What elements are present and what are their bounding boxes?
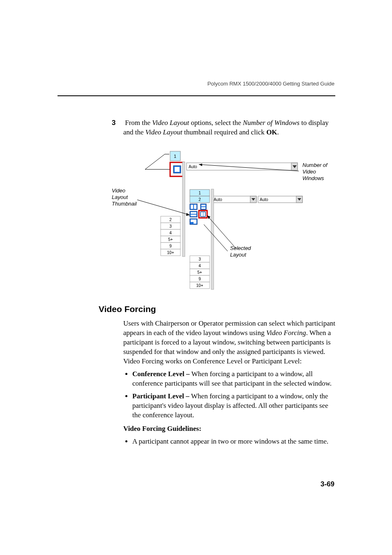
- svg-rect-42: [203, 212, 205, 216]
- para1-b: Video Forcing: [266, 329, 306, 337]
- guidelines-bullets: A participant cannot appear in two or mo…: [123, 437, 337, 446]
- svg-rect-37: [191, 212, 196, 214]
- svg-text:Video: Video: [302, 169, 316, 175]
- svg-text:1: 1: [174, 154, 176, 159]
- level-bullets: Conference Level – When forcing a partic…: [123, 370, 337, 420]
- svg-rect-5: [187, 163, 297, 170]
- svg-rect-38: [191, 215, 196, 216]
- svg-rect-31: [191, 205, 193, 209]
- svg-text:10+: 10+: [167, 250, 174, 255]
- bullet-conference-level: Conference Level – When forcing a partic…: [132, 370, 337, 388]
- bullet2-label: Participant Level –: [132, 392, 191, 400]
- svg-text:1: 1: [198, 191, 201, 195]
- svg-rect-63: [211, 189, 214, 289]
- svg-text:3: 3: [198, 257, 201, 261]
- svg-text:2: 2: [198, 197, 201, 202]
- svg-text:Windows: Windows: [302, 175, 324, 181]
- bullet1-label: Conference Level –: [132, 370, 191, 378]
- svg-text:3: 3: [169, 224, 172, 229]
- svg-text:4: 4: [169, 231, 172, 235]
- step-text-c: options, select the: [189, 119, 243, 127]
- svg-text:Layout: Layout: [230, 252, 247, 258]
- step-text-f: Video Layout: [145, 128, 182, 136]
- svg-rect-34: [201, 205, 205, 206]
- header-rule: [58, 95, 335, 96]
- svg-text:Thumbnail: Thumbnail: [112, 201, 137, 207]
- svg-rect-32: [194, 205, 196, 209]
- svg-text:4: 4: [198, 264, 201, 268]
- svg-text:5+: 5+: [197, 270, 202, 275]
- svg-text:Selected: Selected: [230, 245, 251, 251]
- svg-text:Auto: Auto: [189, 164, 197, 169]
- svg-text:5+: 5+: [168, 237, 173, 242]
- step-number: 3: [112, 118, 123, 128]
- svg-text:Layout: Layout: [112, 194, 128, 200]
- thumbnail-row-2: [190, 204, 207, 224]
- svg-line-9: [145, 154, 165, 169]
- bullet-participant-level: Participant Level – When forcing a parti…: [132, 392, 337, 420]
- step-text-h: OK: [266, 128, 277, 136]
- svg-rect-45: [191, 222, 194, 224]
- step-text: From the Video Layout options, select th…: [123, 119, 329, 136]
- svg-line-68: [204, 224, 228, 251]
- svg-text:Video: Video: [112, 187, 125, 194]
- svg-text:Auto: Auto: [260, 197, 268, 202]
- svg-rect-35: [201, 207, 205, 209]
- svg-marker-65: [186, 213, 190, 216]
- svg-text:Number of: Number of: [302, 162, 328, 168]
- step-text-d: Number of Windows: [243, 119, 300, 127]
- header-guide-title: Polycom RMX 1500/2000/4000 Getting Start…: [208, 81, 334, 87]
- svg-text:9: 9: [198, 277, 201, 281]
- guidelines-heading: Video Forcing Guidelines:: [123, 424, 337, 434]
- step-3: 3 From the Video Layout options, select …: [123, 118, 337, 137]
- step-text-i: .: [277, 128, 279, 136]
- video-layout-figure: 1 Auto: [108, 146, 339, 294]
- svg-rect-62: [182, 162, 185, 257]
- bullet-guideline-1: A participant cannot appear in two or mo…: [132, 437, 337, 446]
- svg-text:10+: 10+: [196, 283, 203, 288]
- page-number: 3-69: [321, 480, 334, 488]
- svg-line-64: [137, 200, 190, 215]
- left-menu: 2 3 4 5+ 9 10+: [161, 216, 180, 256]
- step-text-b: Video Layout: [152, 119, 189, 127]
- svg-rect-41: [201, 212, 203, 216]
- svg-rect-4: [175, 167, 180, 172]
- video-forcing-para: Users with Chairperson or Operator permi…: [123, 319, 337, 366]
- svg-text:2: 2: [169, 217, 172, 222]
- svg-text:Auto: Auto: [214, 197, 222, 202]
- svg-text:9: 9: [169, 244, 172, 248]
- bullet3-text: A participant cannot appear in two or mo…: [132, 437, 328, 445]
- step-text-a: From the: [125, 119, 152, 127]
- video-forcing-heading: Video Forcing: [99, 303, 337, 315]
- step-text-g: thumbnail required and click: [182, 128, 266, 136]
